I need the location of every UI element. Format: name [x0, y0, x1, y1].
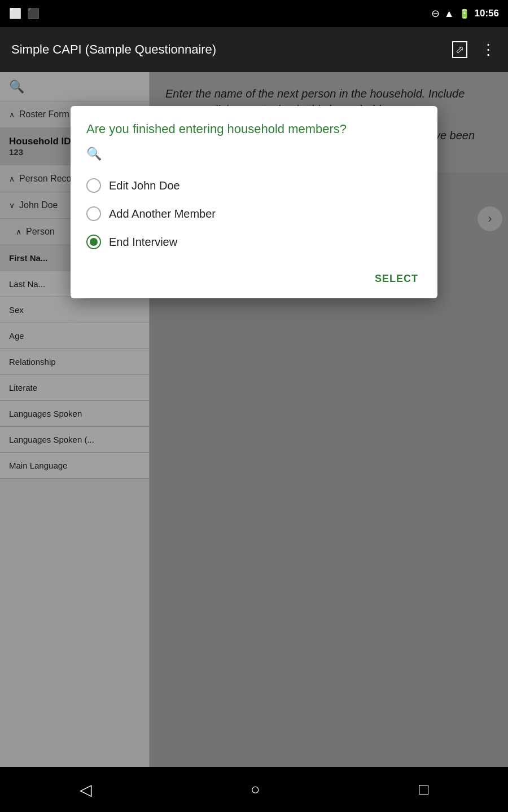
dialog-option-edit[interactable]: Edit John Doe: [86, 171, 422, 200]
dialog-option-end[interactable]: End Interview: [86, 228, 422, 256]
radio-end-selected: [90, 238, 98, 246]
recents-button[interactable]: □: [419, 780, 428, 798]
main-content: 🔍 ∧ Roster Form Household ID 123 ∧ Perso…: [0, 72, 508, 767]
status-icons-left: ⬜ ⬛: [9, 7, 40, 20]
dialog: Are you finished entering household memb…: [71, 106, 437, 298]
dialog-search-icon: 🔍: [86, 147, 422, 161]
more-options-icon[interactable]: ⋮: [481, 41, 497, 59]
dialog-option-add[interactable]: Add Another Member: [86, 200, 422, 228]
dialog-option-add-label: Add Another Member: [109, 208, 216, 220]
status-bar: ⬜ ⬛ ⊖ ▲ 🔋 10:56: [0, 0, 508, 27]
bottom-bar: ◁ ○ □: [0, 767, 508, 812]
status-icons-right: ⊖ ▲ 🔋 10:56: [431, 7, 499, 20]
home-button[interactable]: ○: [251, 780, 260, 798]
dialog-title: Are you finished entering household memb…: [86, 122, 422, 136]
radio-edit[interactable]: [86, 178, 101, 193]
external-link-icon[interactable]: ⬀: [452, 41, 467, 58]
app-title: Simple CAPI (Sample Questionnaire): [11, 42, 216, 57]
dialog-option-edit-label: Edit John Doe: [109, 179, 180, 192]
dialog-actions: SELECT: [71, 262, 437, 298]
dialog-overlay: Are you finished entering household memb…: [0, 72, 508, 767]
radio-add[interactable]: [86, 206, 101, 221]
screenshot-icon: ⬜: [9, 7, 21, 20]
dialog-content: Are you finished entering household memb…: [71, 106, 437, 262]
back-button[interactable]: ◁: [80, 780, 92, 799]
select-button[interactable]: SELECT: [367, 268, 426, 289]
do-not-disturb-icon: ⊖: [431, 7, 440, 20]
battery-icon: 🔋: [459, 8, 470, 19]
status-time: 10:56: [475, 8, 499, 19]
wifi-icon: ▲: [444, 8, 454, 20]
app-bar-icons: ⬀ ⋮: [452, 41, 497, 59]
dialog-option-end-label: End Interview: [109, 236, 177, 249]
app-icon: ⬛: [27, 7, 40, 20]
radio-end[interactable]: [86, 235, 101, 249]
app-bar: Simple CAPI (Sample Questionnaire) ⬀ ⋮: [0, 27, 508, 72]
